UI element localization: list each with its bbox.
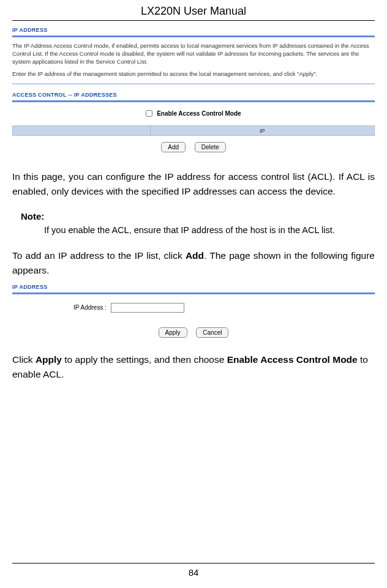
section-label-ip-address: IP ADDRESS [12,26,375,35]
text-fragment: To add an IP address to the IP list, cli… [12,250,186,261]
figure-ip-address-config: IP ADDRESS The IP Address Access Control… [12,26,375,152]
page-title: LX220N User Manual [12,5,375,18]
cancel-button[interactable]: Cancel [196,327,228,338]
text-fragment: to apply the settings, and then choose [62,354,227,365]
ip-address-table: IP [12,125,375,136]
paragraph-intro: In this page, you can configure the IP a… [12,169,375,199]
description-text-2: Enter the IP address of the management s… [12,70,375,78]
bold-enable-mode: Enable Access Control Mode [227,354,358,365]
table-header-row: IP [13,126,375,136]
divider-rule [12,35,375,37]
ip-address-label: IP Address : [73,304,107,311]
page-content: IP ADDRESS The IP Address Access Control… [0,21,387,382]
description-text-1: The IP Address Access Control mode, if e… [12,42,375,65]
text-fragment: Click [12,354,36,365]
bold-apply: Apply [36,354,62,365]
ip-address-input[interactable] [111,303,184,313]
note-label: Note: [21,211,375,221]
bold-add: Add [186,250,204,261]
figure-ip-address-add: IP ADDRESS IP Address : Apply Cancel [12,283,375,338]
paragraph-add-instruction: To add an IP address to the IP list, cli… [12,248,375,278]
divider-rule [12,100,375,102]
add-button[interactable]: Add [161,142,186,152]
button-row: Apply Cancel [12,327,375,338]
divider-rule [12,83,375,84]
ip-address-input-row: IP Address : [73,303,375,313]
table-header-blank [13,126,151,136]
page-header: LX220N User Manual [12,0,375,21]
enable-access-control-checkbox[interactable] [146,110,152,117]
section-label-access-control: ACCESS CONTROL -- IP ADDRESSES [12,91,375,100]
enable-access-control-row: Enable Access Control Mode [12,110,375,117]
section-label-ip-address: IP ADDRESS [12,283,375,292]
note-block: Note: If you enable the ACL, ensure that… [21,211,375,235]
enable-access-control-label: Enable Access Control Mode [157,110,241,117]
page-number: 84 [189,567,199,578]
page-footer: 84 [12,563,375,578]
note-text: If you enable the ACL, ensure that IP ad… [44,225,375,235]
table-header-ip: IP [150,126,374,136]
divider-rule [12,292,375,294]
button-row: Add Delete [12,142,375,152]
paragraph-apply-instruction: Click Apply to apply the settings, and t… [12,352,375,382]
apply-button[interactable]: Apply [159,327,187,338]
delete-button[interactable]: Delete [195,142,226,152]
